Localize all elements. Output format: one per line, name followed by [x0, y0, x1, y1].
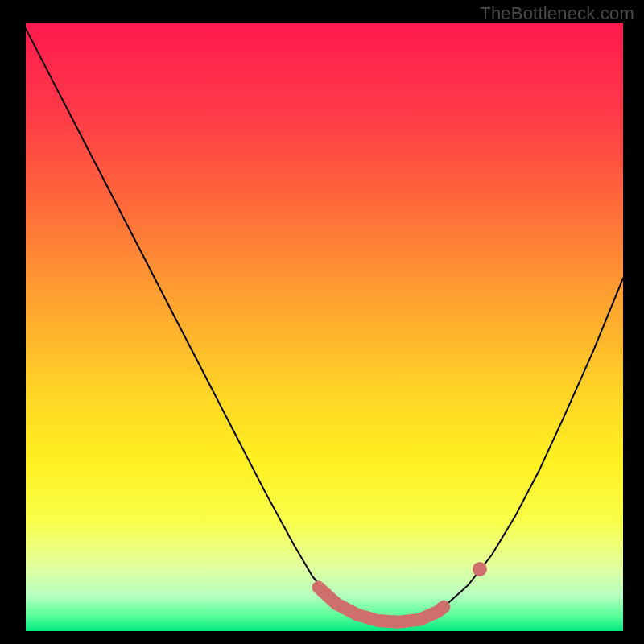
bottleneck-chart	[0, 0, 644, 644]
watermark-text: TheBottleneck.com	[480, 3, 634, 24]
chart-frame: TheBottleneck.com	[0, 0, 644, 644]
plot-background	[26, 23, 623, 631]
marker-dot	[473, 562, 487, 576]
